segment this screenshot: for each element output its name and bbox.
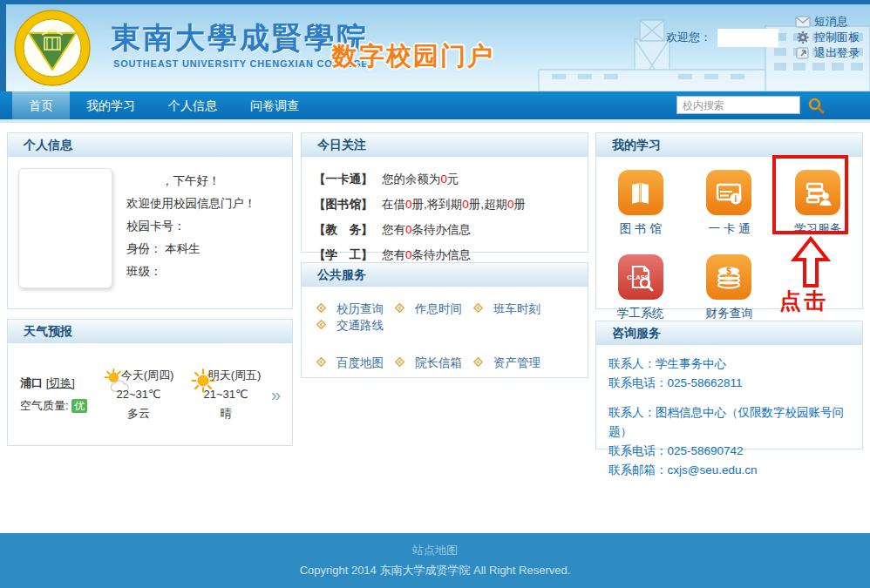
focus-text: 您有 <box>382 248 405 261</box>
portal-title: 数字校园门户 <box>332 39 494 74</box>
svg-text:$: $ <box>727 267 732 276</box>
nav-bottom-strip <box>0 119 870 123</box>
panel-weather: 天气预报 浦口 [切换] 空气质量: 优 今天(周四)22~31℃多云明天(周五… <box>7 319 293 446</box>
weather-switch-link[interactable]: [切换] <box>46 376 75 389</box>
nav-item-我的学习[interactable]: 我的学习 <box>70 91 152 119</box>
profile-lines: ，下午好！欢迎使用校园信息门户！校园卡号：身份： 本科生班级： <box>126 168 256 288</box>
weather-day-desc: 多云 <box>95 404 182 423</box>
service-link-交通路线[interactable]: 交通路线 <box>316 318 384 334</box>
panel-services: 公共服务 校历查询作息时间班车时刻交通路线百度地图院长信箱资产管理 <box>301 262 588 378</box>
header-links: 短消息控制面板退出登录 <box>785 14 860 61</box>
app-label: 一 卡 通 <box>708 221 750 237</box>
nav-item-个人信息[interactable]: 个人信息 <box>152 91 234 119</box>
service-link-label: 资产管理 <box>493 355 540 371</box>
focus-count: 0 <box>405 223 412 236</box>
panel-profile-title: 个人信息 <box>8 133 292 157</box>
service-link-作息时间[interactable]: 作息时间 <box>395 301 462 317</box>
app-label: 财务查询 <box>705 306 752 321</box>
envelope-icon <box>795 15 811 29</box>
header-link-短消息[interactable]: 短消息 <box>795 14 860 30</box>
welcome-label: 欢迎您： <box>666 30 711 45</box>
weather-day-name: 今天(周四) <box>121 366 174 385</box>
weather-days: 今天(周四)22~31℃多云明天(周五)21~31℃晴 <box>95 366 269 423</box>
nav-item-问卷调查[interactable]: 问卷调查 <box>234 91 316 119</box>
weather-location-block: 浦口 [切换] 空气质量: 优 <box>20 372 95 417</box>
focus-text: 您的余额为 <box>382 172 441 186</box>
focus-row-label: 【图书馆】 <box>314 192 382 217</box>
focus-count: 0 <box>507 198 514 211</box>
coins-icon: $ <box>706 254 751 300</box>
nav-item-首页[interactable]: 首页 <box>12 91 70 119</box>
sitemap-link[interactable]: 站点地图 <box>412 543 458 558</box>
search-input[interactable] <box>676 96 800 114</box>
service-link-label: 百度地图 <box>336 355 384 371</box>
header-link-退出登录[interactable]: 退出登录 <box>795 45 860 61</box>
learning-icon <box>795 170 840 215</box>
focus-row: 【图书馆】在借0册,将到期0册,超期0册 <box>314 192 575 217</box>
panel-focus-title: 今日关注 <box>302 133 588 157</box>
weather-more-arrow[interactable]: » <box>271 385 281 405</box>
app-图书馆[interactable]: 图 书 馆 <box>618 170 663 237</box>
diamond-bullet-icon <box>316 302 332 316</box>
profile-photo <box>18 168 112 288</box>
consult-line: 联系电话：025-58690742 <box>608 442 850 461</box>
service-link-row: 校历查询作息时间班车时刻交通路线 <box>305 301 584 334</box>
focus-count: 0 <box>441 172 448 186</box>
air-quality-badge: 优 <box>71 399 87 413</box>
focus-text: 您有 <box>382 223 405 236</box>
service-link-院长信箱[interactable]: 院长信箱 <box>395 355 462 371</box>
username-redacted <box>717 29 778 47</box>
card-icon: i <box>706 170 751 215</box>
panel-focus: 今日关注 【一卡通】您的余额为0元【图书馆】在借0册,将到期0册,超期0册【教 … <box>301 132 588 253</box>
weather-day-header: 今天(周四) <box>95 366 182 385</box>
footer: 站点地图 Copyright 2014 东南大学成贤学院 All Right R… <box>0 533 870 588</box>
service-link-百度地图[interactable]: 百度地图 <box>316 355 384 371</box>
service-link-资产管理[interactable]: 资产管理 <box>473 355 540 371</box>
app-一卡通[interactable]: i一 卡 通 <box>706 170 751 237</box>
app-label: 学工系统 <box>617 306 664 321</box>
consult-line: 联系电话：025-58662811 <box>608 374 850 393</box>
weather-day-name: 明天(周五) <box>208 366 262 385</box>
sun-icon <box>191 368 207 382</box>
panel-weather-title: 天气预报 <box>8 320 292 343</box>
focus-row-text: 在借0册,将到期0册,超期0册 <box>382 192 526 217</box>
app-财务查询[interactable]: $财务查询 <box>705 254 752 321</box>
focus-row: 【一卡通】您的余额为0元 <box>314 166 575 192</box>
profile-line: 班级： <box>126 260 256 283</box>
focus-text: 在借 <box>382 198 405 211</box>
app-学工系统[interactable]: CLASS学工系统 <box>617 254 664 321</box>
logout-icon <box>795 46 811 60</box>
header: 東南大學成賢學院 SOUTHEAST UNIVERSITY CHENGXIAN … <box>6 4 870 91</box>
weather-body: 浦口 [切换] 空气质量: 优 今天(周四)22~31℃多云明天(周五)21~3… <box>8 343 292 423</box>
focus-text: 册,将到期 <box>412 198 463 211</box>
portal-page: 東南大學成賢學院 SOUTHEAST UNIVERSITY CHENGXIAN … <box>0 0 870 588</box>
panel-study-title: 我的学习 <box>596 133 862 157</box>
university-seal-logo <box>13 9 92 87</box>
focus-row: 【教 务】您有0条待办信息 <box>314 217 575 242</box>
profile-line: 校园卡号： <box>126 215 256 238</box>
search-button[interactable] <box>807 97 825 114</box>
diamond-bullet-icon <box>316 319 332 333</box>
service-link-label: 院长信箱 <box>415 355 462 371</box>
weather-location: 浦口 <box>20 376 43 389</box>
service-link-label: 作息时间 <box>415 301 462 317</box>
service-link-label: 交通路线 <box>336 318 384 334</box>
focus-row-label: 【一卡通】 <box>314 166 382 192</box>
service-link-校历查询[interactable]: 校历查询 <box>316 301 384 317</box>
app-学习服务[interactable]: 学习服务 <box>794 170 841 237</box>
profile-line: 身份： 本科生 <box>126 238 256 260</box>
diamond-bullet-icon <box>395 302 411 316</box>
service-links: 校历查询作息时间班车时刻交通路线百度地图院长信箱资产管理 <box>302 287 588 406</box>
panel-services-title: 公共服务 <box>302 263 588 287</box>
consult-line: 联系邮箱：cxjs@seu.edu.cn <box>608 461 850 480</box>
header-link-控制面板[interactable]: 控制面板 <box>795 30 860 45</box>
service-link-班车时刻[interactable]: 班车时刻 <box>473 301 540 317</box>
apps-grid: 图 书 馆i一 卡 通学习服务CLASS学工系统$财务查询 <box>596 157 862 321</box>
diamond-bullet-icon <box>473 356 489 370</box>
panel-consult-title: 咨询服务 <box>596 321 862 345</box>
app-label: 图 书 馆 <box>620 221 662 237</box>
copyright-text: Copyright 2014 东南大学成贤学院 All Right Reserv… <box>0 563 870 578</box>
header-link-label: 短消息 <box>814 14 848 30</box>
consult-groups: 联系人：学生事务中心联系电话：025-58662811联系人：图档信息中心（仅限… <box>596 345 862 500</box>
focus-count: 0 <box>405 198 412 211</box>
